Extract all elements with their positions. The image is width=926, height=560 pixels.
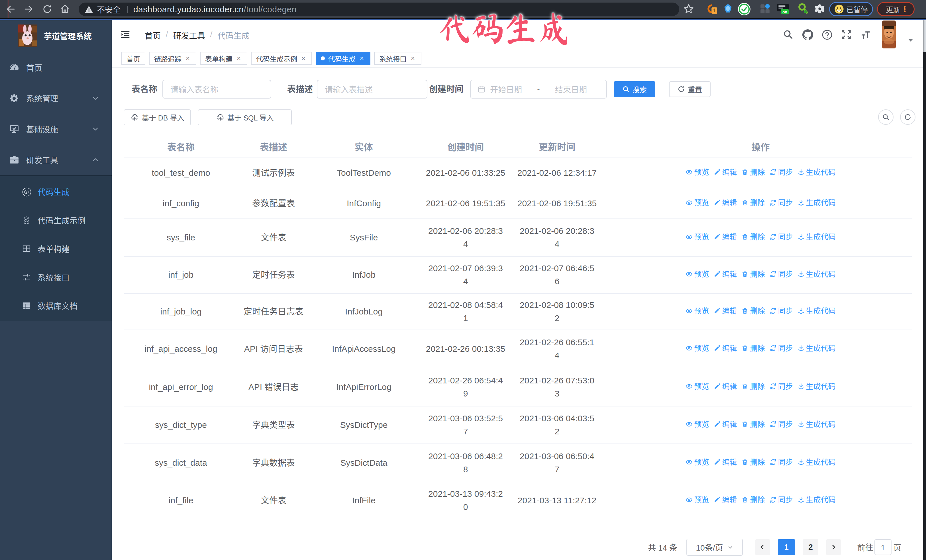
svg-text:1: 1 [713,8,716,14]
svg-text:on: on [782,10,787,14]
